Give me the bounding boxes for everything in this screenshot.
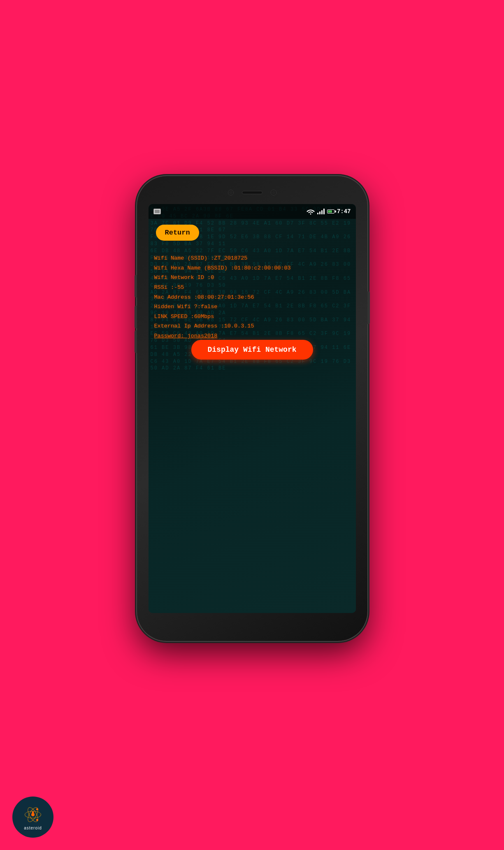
atom-icon (23, 804, 43, 825)
status-left (153, 209, 161, 214)
wifi-hidden: Hidden Wifi ?:false (154, 302, 350, 312)
asteroid-label: asteroid (24, 826, 42, 830)
phone-body: 8F 9E A5 2F 6A3B 88 67 FE8A CD 01 B4 33 … (137, 176, 367, 641)
atom-nucleus (31, 813, 35, 816)
notification-icon (153, 209, 161, 214)
wifi-rssi: RSSi :-55 (154, 283, 350, 293)
asteroid-logo: asteroid (12, 797, 53, 838)
wifi-external-ip: External Ip Address :10.0.3.15 (154, 321, 350, 331)
phone-mockup: 8F 9E A5 2F 6A3B 88 67 FE8A CD 01 B4 33 … (137, 176, 367, 641)
wifi-link-speed: LINK SPEED :60Mbps (154, 312, 350, 322)
sensor (271, 190, 276, 195)
phone-top-bar (211, 184, 293, 201)
front-camera (228, 190, 234, 195)
status-bar: 7:47 (149, 204, 356, 219)
electron-2 (36, 818, 39, 821)
phone-screen: 8F 9E A5 2F 6A3B 88 67 FE8A CD 01 B4 33 … (149, 204, 356, 613)
wifi-mac: Mac Address :08:00:27:01:3e:56 (154, 293, 350, 302)
status-right: 7:47 (307, 208, 351, 215)
wifi-icon (307, 208, 315, 215)
time-display: 7:47 (337, 208, 351, 215)
electron-3 (36, 808, 39, 811)
return-button[interactable]: Return (156, 225, 199, 241)
signal-icon (317, 209, 325, 214)
wifi-bssid: Wifi Hexa Name (BSSID) :01:80:c2:00:00:0… (154, 263, 350, 273)
display-wifi-button[interactable]: Display Wifi Network (191, 340, 313, 360)
wifi-network-id: Wifi Network ID :0 (154, 273, 350, 283)
wifi-ssid: Wifi Name (SSID) :ZT_2018725 (154, 253, 350, 263)
wifi-info-panel: Wifi Name (SSID) :ZT_2018725 Wifi Hexa N… (154, 253, 350, 341)
earpiece-speaker (242, 191, 262, 194)
battery-icon (327, 209, 334, 214)
